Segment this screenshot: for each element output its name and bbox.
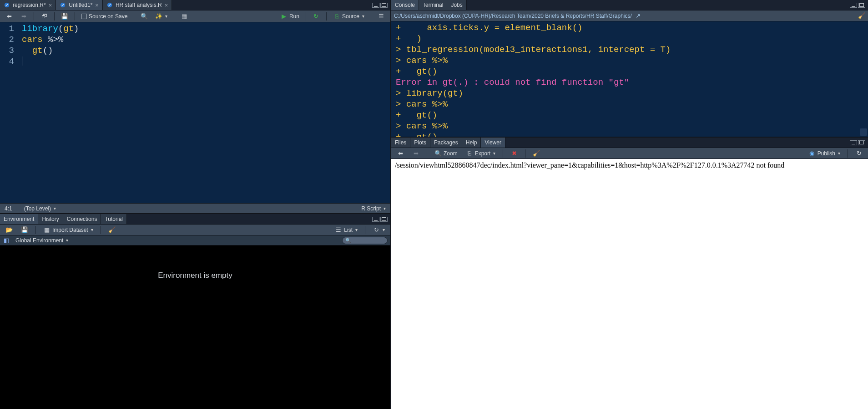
maximize-icon[interactable]	[380, 3, 388, 8]
doc-outline-button[interactable]: ☰	[375, 12, 388, 21]
editor-tab-regression[interactable]: regression.R* ×	[0, 0, 56, 10]
console-line: > cars %>%	[396, 121, 863, 132]
editor-tabbar: regression.R* × Untitled1* × HR staff an…	[0, 0, 390, 10]
tab-console[interactable]: Console	[391, 0, 419, 10]
tab-label: Environment	[4, 216, 34, 222]
close-icon[interactable]: ×	[49, 2, 52, 8]
editor-toolbar: ⬅ ➡ 🗗 💾 Source on Save 🔍 ✨▾ ▦ ▶	[0, 10, 390, 22]
show-in-window-button[interactable]: 🗗	[38, 12, 50, 21]
rerun-button[interactable]: ↻	[310, 12, 323, 21]
tab-jobs[interactable]: Jobs	[447, 0, 466, 10]
editor-tab-untitled[interactable]: Untitled1* ×	[56, 0, 103, 10]
line-number: 4	[0, 56, 14, 67]
tab-plots[interactable]: Plots	[410, 138, 430, 148]
maximize-icon[interactable]	[858, 3, 865, 8]
tab-label: Tutorial	[105, 216, 123, 222]
console-path-label[interactable]: C:/Users/aschmidt/Dropbox (CUPA-HR)/Rese…	[394, 13, 632, 19]
minimize-icon[interactable]	[372, 217, 379, 222]
tab-history[interactable]: History	[38, 214, 63, 224]
tab-label: Terminal	[423, 2, 443, 8]
load-workspace-button[interactable]: 📂	[3, 225, 15, 235]
wand-button[interactable]: ✨▾	[152, 12, 170, 21]
console-line: + )	[396, 33, 863, 44]
env-empty-label: Environment is empty	[158, 271, 232, 280]
remove-icon: ✖	[510, 150, 518, 157]
doc-icon	[4, 2, 10, 8]
save-workspace-button[interactable]: 💾	[18, 225, 31, 235]
tab-packages[interactable]: Packages	[430, 138, 462, 148]
code-line[interactable]: gt()	[22, 45, 390, 56]
maximize-icon[interactable]	[380, 217, 388, 222]
save-icon: 💾	[21, 226, 28, 234]
viewer-zoom-button[interactable]: 🔍 Zoom	[432, 149, 460, 158]
env-window-controls	[369, 214, 390, 224]
code-line[interactable]	[22, 56, 390, 67]
env-toolbar: 📂 💾 ▦ Import Dataset ▾ 🧹 ☰ List ▾ ↻▾	[0, 225, 390, 235]
tab-label: Connections	[67, 216, 97, 222]
refresh-env-button[interactable]: ↻▾	[370, 225, 388, 235]
viewer-export-button[interactable]: ⎘ Export ▾	[463, 149, 499, 158]
grid-icon: ▦	[43, 226, 50, 234]
viewer-forward-button[interactable]: ➡	[409, 149, 422, 158]
tab-viewer[interactable]: Viewer	[481, 138, 505, 148]
env-scope-label: Global Environment	[15, 237, 63, 244]
report-icon: ▦	[181, 13, 188, 20]
minimize-icon[interactable]	[372, 3, 379, 8]
editor-tab-label: HR staff analysis.R	[116, 2, 162, 8]
console-output[interactable]: + axis.ticks.y = element_blank()+ )> tbl…	[391, 21, 868, 137]
source-dropdown-button[interactable]: ⎘ Source ▾	[330, 12, 367, 21]
minimize-icon[interactable]	[850, 140, 857, 145]
clear-env-button[interactable]: 🧹	[106, 225, 118, 235]
open-icon: 📂	[5, 226, 13, 234]
save-button[interactable]: 💾	[58, 12, 71, 21]
code-line[interactable]: library(gt)	[22, 23, 390, 34]
search-icon: 🔍	[345, 238, 351, 243]
arrow-left-icon: ⬅	[5, 13, 13, 20]
find-button[interactable]: 🔍	[138, 12, 151, 21]
list-label: List	[344, 227, 353, 233]
scope-label: (Top Level)	[24, 205, 51, 212]
close-icon[interactable]: ×	[95, 2, 99, 8]
view-mode-list[interactable]: ☰ List ▾	[332, 225, 360, 235]
viewer-body: /session/viewhtml528860847dec/index.html…	[391, 159, 868, 409]
close-icon[interactable]: ×	[165, 2, 168, 8]
run-button[interactable]: ▶ Run	[278, 12, 302, 21]
tab-label: History	[42, 216, 59, 222]
env-scope-selector[interactable]: Global Environment ▾	[13, 236, 71, 245]
tab-terminal[interactable]: Terminal	[419, 0, 447, 10]
scope-selector[interactable]: (Top Level) ▾	[21, 204, 59, 213]
source-on-save-checkbox[interactable]: Source on Save	[79, 12, 130, 20]
env-search-input[interactable]: 🔍	[342, 237, 388, 244]
nav-back-button[interactable]: ⬅	[3, 12, 15, 21]
viewer-remove-button[interactable]: ✖	[508, 149, 520, 158]
viewer-back-button[interactable]: ⬅	[394, 149, 407, 158]
refresh-icon: ↻	[373, 226, 380, 234]
code-line[interactable]: cars %>%	[22, 34, 390, 45]
nav-forward-button[interactable]: ➡	[17, 12, 30, 21]
import-dataset-label: Import Dataset	[52, 227, 88, 233]
import-dataset-button[interactable]: ▦ Import Dataset ▾	[40, 225, 96, 235]
tab-environment[interactable]: Environment	[0, 214, 38, 224]
viewer-publish-button[interactable]: ◉ Publish ▾	[806, 149, 843, 158]
line-number: 3	[0, 45, 14, 56]
compile-report-button[interactable]: ▦	[178, 12, 191, 21]
tab-files[interactable]: Files	[391, 138, 410, 148]
tab-help[interactable]: Help	[462, 138, 481, 148]
viewer-refresh-button[interactable]: ↻	[853, 149, 865, 158]
tab-label: Packages	[434, 139, 458, 146]
tab-tutorial[interactable]: Tutorial	[101, 214, 127, 224]
popout-icon[interactable]: ↗	[635, 12, 642, 20]
code-editor[interactable]: 1234 library(gt)cars %>% gt()	[0, 22, 390, 203]
editor-tab-hrstaff[interactable]: HR staff analysis.R ×	[103, 0, 172, 10]
editor-code[interactable]: library(gt)cars %>% gt()	[18, 22, 390, 203]
clear-console-button[interactable]: 🧹	[858, 12, 865, 20]
maximize-icon[interactable]	[858, 140, 865, 145]
console-path-bar: C:/Users/aschmidt/Dropbox (CUPA-HR)/Rese…	[391, 10, 868, 21]
publish-icon: ◉	[808, 150, 816, 157]
minimize-icon[interactable]	[850, 3, 857, 8]
console-tabbar: Console Terminal Jobs	[391, 0, 868, 10]
viewer-clear-button[interactable]: 🧹	[530, 149, 543, 158]
tab-connections[interactable]: Connections	[63, 214, 101, 224]
run-label: Run	[289, 13, 299, 20]
rerun-icon: ↻	[313, 13, 320, 20]
